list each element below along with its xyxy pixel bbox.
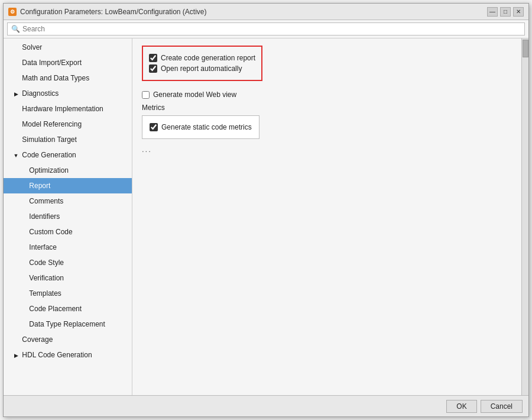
search-icon: 🔍 xyxy=(11,25,20,33)
sidebar-label-verification: Verification xyxy=(29,274,64,282)
sidebar-label-coverage: Coverage xyxy=(22,335,53,344)
title-bar: ⚙ Configuration Parameters: LowBeam/Conf… xyxy=(4,4,528,20)
sidebar-label-code-style: Code Style xyxy=(29,259,64,267)
expand-icon-diagnostics: ▶ xyxy=(13,91,19,99)
sidebar-item-sim-target[interactable]: Simulation Target xyxy=(4,132,132,147)
sidebar-label-report: Report xyxy=(29,182,50,190)
expand-icon-code-gen: ▼ xyxy=(13,152,19,160)
sidebar-label-hardware: Hardware Implementation xyxy=(22,105,103,113)
sidebar-item-hdl-code[interactable]: ▶ HDL Code Generation xyxy=(4,347,132,363)
generate-static-row: Generate static code metrics xyxy=(150,123,252,131)
sidebar-item-report[interactable]: Report xyxy=(4,178,132,193)
ok-button[interactable]: OK xyxy=(446,400,476,413)
close-button[interactable]: ✕ xyxy=(513,7,524,17)
configuration-window: ⚙ Configuration Parameters: LowBeam/Conf… xyxy=(3,3,529,417)
sidebar-label-math-data: Math and Data Types xyxy=(22,74,89,82)
sidebar: Solver Data Import/Export Math and Data … xyxy=(4,38,132,395)
cancel-button[interactable]: Cancel xyxy=(481,400,523,413)
expand-icon-hdl-code: ▶ xyxy=(13,352,19,360)
sidebar-item-code-gen[interactable]: ▼ Code Generation xyxy=(4,147,132,163)
generate-web-row: Generate model Web view xyxy=(142,91,512,99)
sidebar-label-code-placement: Code Placement xyxy=(29,305,82,313)
scrollbar-thumb[interactable] xyxy=(523,40,528,57)
metrics-heading: Metrics xyxy=(142,104,512,112)
sidebar-label-optimization: Optimization xyxy=(29,166,69,175)
sidebar-label-comments: Comments xyxy=(29,197,63,205)
search-bar: 🔍 xyxy=(4,20,528,38)
sidebar-item-code-style[interactable]: Code Style xyxy=(4,255,132,270)
main-content: Solver Data Import/Export Math and Data … xyxy=(4,38,528,395)
report-panel: Create code generation report Open repor… xyxy=(132,38,521,395)
sidebar-label-diagnostics: Diagnostics xyxy=(22,89,59,98)
generate-static-label: Generate static code metrics xyxy=(161,123,252,131)
window-title: Configuration Parameters: LowBeam/Config… xyxy=(20,8,206,16)
sidebar-item-coverage[interactable]: Coverage xyxy=(4,332,132,347)
maximize-button[interactable]: □ xyxy=(500,7,511,17)
sidebar-item-hardware[interactable]: Hardware Implementation xyxy=(4,101,132,117)
dialog-footer: OK Cancel xyxy=(4,395,528,416)
app-icon: ⚙ xyxy=(8,8,17,16)
minimize-button[interactable]: — xyxy=(487,7,498,17)
window-controls: — □ ✕ xyxy=(487,7,524,17)
sidebar-item-identifiers[interactable]: Identifiers xyxy=(4,209,132,224)
sidebar-label-custom-code: Custom Code xyxy=(29,228,72,236)
generate-web-label: Generate model Web view xyxy=(153,91,236,99)
sidebar-item-model-ref[interactable]: Model Referencing xyxy=(4,117,132,132)
sidebar-item-solver[interactable]: Solver xyxy=(4,40,132,55)
generate-web-checkbox[interactable] xyxy=(142,91,150,99)
sidebar-item-templates[interactable]: Templates xyxy=(4,286,132,301)
sidebar-item-optimization[interactable]: Optimization xyxy=(4,163,132,178)
create-report-row: Create code generation report xyxy=(149,54,255,62)
sidebar-label-data-type-rep: Data Type Replacement xyxy=(29,320,105,328)
highlighted-report-options: Create code generation report Open repor… xyxy=(142,46,262,81)
sidebar-item-interface[interactable]: Interface xyxy=(4,240,132,255)
sidebar-item-custom-code[interactable]: Custom Code xyxy=(4,224,132,240)
sidebar-label-data-import: Data Import/Export xyxy=(22,59,82,67)
sidebar-item-verification[interactable]: Verification xyxy=(4,270,132,286)
sidebar-label-code-gen: Code Generation xyxy=(22,151,76,159)
metrics-box: Generate static code metrics xyxy=(142,115,259,139)
ellipsis-text: ... xyxy=(142,145,512,154)
sidebar-item-comments[interactable]: Comments xyxy=(4,193,132,209)
search-input-wrap: 🔍 xyxy=(7,22,525,35)
metrics-section: Metrics Generate static code metrics xyxy=(142,104,512,139)
search-input[interactable] xyxy=(22,25,521,33)
sidebar-label-interface: Interface xyxy=(29,243,57,251)
create-report-checkbox[interactable] xyxy=(149,54,157,62)
vertical-scrollbar[interactable] xyxy=(521,38,528,395)
generate-static-checkbox[interactable] xyxy=(150,123,158,131)
sidebar-item-math-data[interactable]: Math and Data Types xyxy=(4,70,132,86)
open-report-label: Open report automatically xyxy=(161,64,242,73)
sidebar-label-solver: Solver xyxy=(22,43,42,51)
create-report-label: Create code generation report xyxy=(161,54,255,62)
sidebar-item-data-import[interactable]: Data Import/Export xyxy=(4,55,132,70)
sidebar-label-model-ref: Model Referencing xyxy=(22,120,82,128)
sidebar-label-templates: Templates xyxy=(29,289,61,298)
open-report-checkbox[interactable] xyxy=(149,64,157,73)
title-bar-left: ⚙ Configuration Parameters: LowBeam/Conf… xyxy=(8,8,206,16)
sidebar-label-sim-target: Simulation Target xyxy=(22,135,77,144)
sidebar-item-data-type-rep[interactable]: Data Type Replacement xyxy=(4,316,132,332)
sidebar-item-diagnostics[interactable]: ▶ Diagnostics xyxy=(4,86,132,101)
sidebar-label-hdl-code: HDL Code Generation xyxy=(22,351,92,359)
sidebar-item-code-placement[interactable]: Code Placement xyxy=(4,301,132,316)
open-report-row: Open report automatically xyxy=(149,64,255,73)
sidebar-label-identifiers: Identifiers xyxy=(29,212,60,221)
